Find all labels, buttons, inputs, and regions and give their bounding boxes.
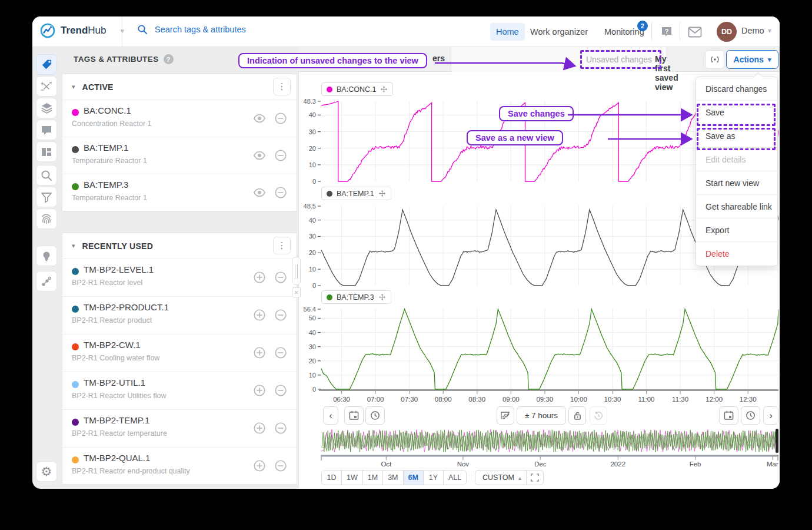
add-tag-icon[interactable] (253, 271, 266, 284)
rail-comments-button[interactable] (36, 120, 57, 140)
rail-layers-button[interactable] (36, 98, 57, 118)
tag-row[interactable]: TM-BP2-QUAL.1 BP2-R1 Reactor end-product… (62, 448, 297, 485)
svg-text:08:00: 08:00 (435, 396, 452, 403)
panel-resize-handle[interactable] (292, 257, 301, 285)
time-range-group: 1D1W1M3M6M1YALL (321, 470, 467, 485)
scatter-graph-icon (41, 276, 52, 287)
svg-text:30: 30 (309, 233, 316, 240)
remove-tag-icon[interactable] (274, 186, 287, 199)
move-handle-icon[interactable] (380, 85, 388, 93)
time-range-button[interactable]: 1Y (424, 471, 444, 485)
user-menu-caret-icon[interactable]: ▾ (768, 26, 771, 35)
rail-tags-button[interactable] (36, 54, 57, 75)
avatar[interactable]: DD (717, 22, 737, 42)
add-tag-icon[interactable] (253, 422, 266, 435)
remove-tag-icon[interactable] (274, 112, 287, 125)
legend-chip-temp3[interactable]: BA:TEMP.3 (321, 290, 391, 304)
remove-tag-icon[interactable] (274, 309, 287, 322)
tag-row[interactable]: TM-BP2-TEMP.1 BP2-R1 Reactor temperature (62, 410, 297, 448)
nav-home[interactable]: Home (490, 23, 525, 41)
remove-tag-icon[interactable] (274, 149, 287, 162)
pan-right-button[interactable]: › (763, 406, 778, 425)
actions-menu-item[interactable]: Edit details (696, 148, 777, 171)
start-date-button[interactable] (344, 406, 364, 425)
tag-row[interactable]: TM-BP2-CW.1 BP2-R1 Cooling water flow (62, 334, 297, 372)
brand-logo[interactable]: TrendHub ▾ (39, 22, 124, 39)
add-tag-icon[interactable] (253, 309, 266, 322)
live-mode-button[interactable] (705, 50, 724, 69)
remove-tag-icon[interactable] (274, 459, 287, 472)
partially-hidden-tab[interactable]: ers (432, 54, 445, 63)
visibility-eye-icon[interactable] (253, 112, 266, 125)
nav-work-organizer[interactable]: Work organizer (524, 23, 594, 41)
end-time-button[interactable] (741, 406, 760, 425)
rail-settings-button[interactable]: ⚙ (36, 461, 57, 482)
compare-trends-button[interactable] (497, 406, 514, 425)
fit-window-button[interactable] (527, 471, 543, 485)
caret-down-icon: ▾ (768, 56, 771, 64)
svg-text:30: 30 (309, 343, 316, 350)
time-window-button[interactable]: ± 7 hours (517, 406, 566, 425)
remove-tag-icon[interactable] (274, 346, 287, 359)
remove-tag-icon[interactable] (274, 271, 287, 284)
svg-text:20: 20 (309, 357, 316, 365)
tags-help-icon[interactable]: ? (164, 54, 174, 64)
time-range-button[interactable]: 1M (363, 471, 383, 485)
time-range-button[interactable]: 1W (342, 471, 363, 485)
actions-menu-item[interactable]: Discard changes (696, 77, 777, 101)
inbox-button[interactable] (686, 24, 704, 40)
rail-fingerprint-button[interactable] (36, 208, 57, 229)
rail-dashboard-button[interactable] (36, 141, 57, 162)
active-kebab-menu-button[interactable]: ⋮ (273, 78, 291, 95)
actions-menu-item[interactable]: Export (696, 218, 777, 242)
actions-menu-item[interactable]: Get shareable link (696, 195, 777, 218)
time-range-button[interactable]: ALL (444, 471, 466, 485)
move-handle-icon[interactable] (378, 293, 386, 301)
panel-collapse-button[interactable]: ✕ (292, 287, 301, 297)
legend-chip-conc[interactable]: BA:CONC.1 (321, 82, 393, 96)
visibility-eye-icon[interactable] (253, 186, 266, 199)
end-date-button[interactable] (719, 406, 738, 425)
tag-row[interactable]: BA:TEMP.1 Temperature Reactor 1 (62, 137, 297, 174)
help-button[interactable]: ? (658, 24, 675, 40)
tag-row[interactable]: TM-BP2-PRODUCT.1 BP2-R1 Reactor product (62, 297, 297, 334)
tag-row[interactable]: TM-BP2-LEVEL.1 BP2-R1 Reactor level (62, 259, 297, 297)
rail-search-button[interactable] (36, 165, 57, 186)
custom-range-button[interactable]: CUSTOM ▴ (475, 473, 526, 482)
time-range-button[interactable]: 3M (383, 471, 403, 485)
time-range-button[interactable]: 1D (322, 471, 342, 485)
rail-context-graph-button[interactable] (36, 271, 57, 292)
move-handle-icon[interactable] (378, 190, 386, 197)
context-overview-strip[interactable] (321, 429, 778, 453)
tag-color-dot (72, 343, 79, 350)
tag-description: BP2-R1 Reactor end-product quality (72, 467, 190, 475)
lock-window-button[interactable] (568, 406, 586, 425)
add-tag-icon[interactable] (253, 384, 266, 397)
recent-kebab-menu-button[interactable]: ⋮ (273, 237, 291, 254)
collapse-caret-icon[interactable]: ▾ (72, 83, 75, 91)
remove-tag-icon[interactable] (274, 422, 287, 435)
rail-recommendations-button[interactable] (36, 246, 57, 266)
start-time-button[interactable] (365, 406, 385, 425)
legend-chip-temp1[interactable]: BA:TEMP.1 (321, 187, 391, 200)
visibility-eye-icon[interactable] (253, 149, 266, 162)
actions-button[interactable]: Actions ▾ (726, 50, 778, 69)
calculations-icon (41, 81, 52, 92)
actions-menu-item[interactable]: Start new view (696, 171, 777, 195)
pan-left-button[interactable]: ‹ (323, 406, 338, 425)
user-name[interactable]: Demo (741, 26, 764, 35)
overview-selection-handle[interactable] (776, 429, 778, 453)
time-range-button[interactable]: 6M (404, 471, 424, 485)
search-input[interactable] (154, 24, 330, 35)
rail-filter-button[interactable] (36, 187, 57, 207)
add-tag-icon[interactable] (253, 346, 266, 359)
tag-row[interactable]: BA:TEMP.3 Temperature Reactor 1 (62, 174, 297, 211)
collapse-caret-icon[interactable]: ▾ (72, 242, 75, 250)
rail-calculations-button[interactable] (36, 76, 57, 97)
tag-row[interactable]: TM-BP2-UTIL.1 BP2-R1 Reactor Utilities f… (62, 372, 297, 410)
remove-tag-icon[interactable] (274, 384, 287, 397)
trend-chart-temp3[interactable]: 0102030405056.406:3007:0007:3008:0008:30… (299, 306, 778, 405)
add-tag-icon[interactable] (253, 459, 266, 472)
tag-row[interactable]: BA:CONC.1 Concentration Reactor 1 (62, 100, 297, 137)
actions-menu-item[interactable]: Delete (696, 242, 777, 266)
